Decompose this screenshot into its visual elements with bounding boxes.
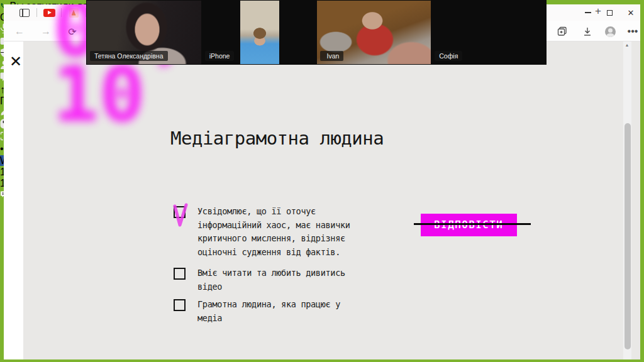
downloads-icon[interactable] bbox=[580, 25, 595, 38]
participant-name: iPhone bbox=[205, 51, 235, 61]
window-close-button[interactable]: ✕ bbox=[620, 4, 640, 21]
participant-name: Софія bbox=[435, 51, 462, 61]
browser-menu-icon[interactable]: ••• bbox=[625, 25, 640, 38]
quiz-option-text: Грамотна людина, яка працює у медіа bbox=[197, 298, 356, 325]
window-maximize-button[interactable] bbox=[599, 4, 620, 21]
video-tile-3[interactable]: Ivan bbox=[317, 1, 431, 64]
collections-icon[interactable] bbox=[555, 25, 570, 38]
slide-area: ✕ 01, 10 Медіаграмотна людина Усвідомлює… bbox=[4, 41, 640, 359]
answer-button[interactable]: ВІДПОВІСТИ bbox=[421, 214, 517, 236]
quiz-option-1: Усвідомлює, що її оточує інформаційний х… bbox=[174, 205, 356, 259]
close-icon[interactable]: ✕ bbox=[9, 54, 22, 69]
strike-line bbox=[414, 223, 531, 225]
scrollbar[interactable]: ▲ bbox=[623, 41, 631, 359]
video-tile-4[interactable]: Софія bbox=[431, 1, 546, 64]
checkbox-3[interactable] bbox=[174, 299, 186, 311]
scrollbar-up-icon[interactable]: ▲ bbox=[625, 43, 630, 47]
window-minimize-button[interactable] bbox=[577, 4, 599, 21]
scrollbar-thumb[interactable] bbox=[625, 123, 631, 349]
video-tile-2[interactable]: iPhone bbox=[202, 1, 316, 64]
slide-title: Медіаграмотна людина bbox=[170, 128, 384, 149]
pink-checkmark-icon bbox=[171, 202, 192, 230]
shared-screen-frame: + ✕ ← → ⟳ ••• ✕ 01, bbox=[0, 0, 644, 362]
quiz-option-text: Усвідомлює, що її оточує інформаційний х… bbox=[197, 205, 356, 259]
forward-button[interactable]: → bbox=[39, 25, 53, 38]
quiz-option-3: Грамотна людина, яка працює у медіа bbox=[174, 298, 356, 325]
participant-name-wrap: Ivan bbox=[320, 51, 344, 61]
checkbox-1[interactable] bbox=[174, 206, 186, 218]
video-tile-1[interactable]: Тетяна Олександрівна bbox=[87, 1, 201, 64]
profile-avatar[interactable] bbox=[602, 25, 618, 38]
back-button[interactable]: ← bbox=[13, 25, 26, 38]
participant-video bbox=[240, 1, 279, 64]
avatar-icon bbox=[605, 26, 616, 37]
quiz-option-text: Вміє читати та любить дивитись відео bbox=[197, 266, 356, 293]
zoom-video-strip: Тетяна Олександрівна iPhone Ivan Софія bbox=[86, 0, 547, 65]
quiz-option-2: Вміє читати та любить дивитись відео bbox=[174, 266, 356, 293]
checkbox-2[interactable] bbox=[174, 268, 186, 280]
vertical-tabs-icon[interactable] bbox=[16, 6, 33, 19]
participant-name: Тетяна Олександрівна bbox=[90, 51, 168, 61]
slide-left-panel bbox=[4, 41, 23, 359]
participant-name: Ivan bbox=[327, 52, 340, 60]
tab-separator bbox=[36, 8, 37, 17]
